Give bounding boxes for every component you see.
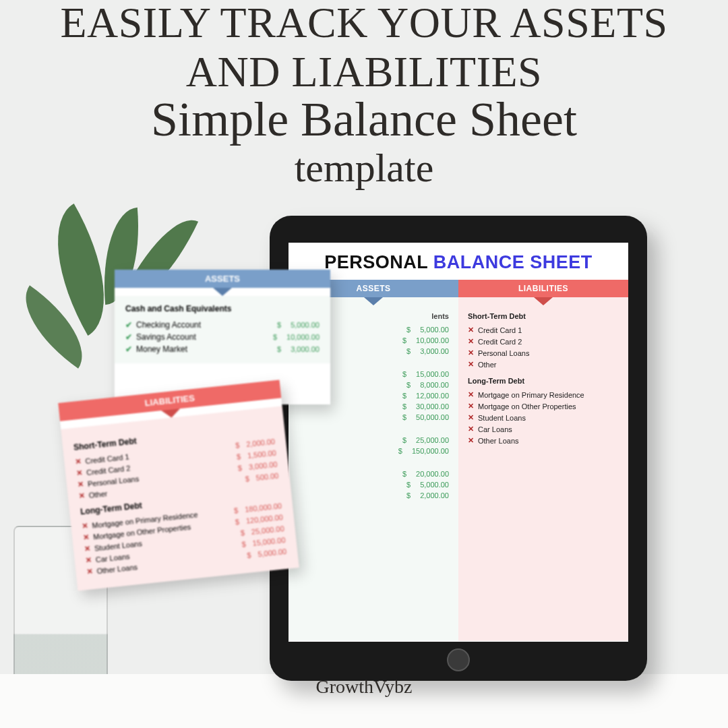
x-icon: ✕: [86, 567, 93, 576]
brand-name: GrowthVybz: [0, 676, 728, 698]
x-icon: ✕: [468, 402, 474, 411]
chevron-down-icon: [213, 288, 232, 296]
liability-amount: 5,000.00: [247, 547, 287, 559]
tablet-screen: PERSONAL BALANCE SHEET ASSETS lents 5,00…: [289, 243, 628, 642]
assets-card-group-title: Cash and Cash Equivalents: [125, 304, 320, 313]
asset-label: Money Market: [136, 344, 187, 354]
asset-amount: 5,000.00: [277, 321, 320, 329]
x-icon: ✕: [468, 337, 474, 346]
headline-line2: AND LIABILITIES: [0, 47, 728, 97]
check-icon: ✔: [125, 344, 132, 354]
short-term-debt-title: Short-Term Debt: [468, 312, 619, 320]
x-icon: ✕: [75, 457, 82, 466]
x-icon: ✕: [468, 436, 474, 445]
x-icon: ✕: [468, 360, 474, 369]
liability-label: Car Loans: [478, 425, 512, 433]
tablet-liabilities-header: LIABILITIES: [458, 280, 628, 297]
asset-amount: 5,000.00: [406, 326, 449, 334]
x-icon: ✕: [78, 491, 85, 501]
tablet-liabilities-column: LIABILITIES Short-Term Debt ✕Credit Card…: [458, 280, 628, 641]
asset-amount: 30,000.00: [402, 402, 449, 411]
liability-label: Mortgage on Other Properties: [478, 402, 576, 411]
x-icon: ✕: [77, 480, 84, 489]
asset-amount: 10,000.00: [273, 333, 320, 341]
x-icon: ✕: [468, 390, 474, 399]
long-term-debt-title: Long-Term Debt: [468, 377, 619, 385]
liability-label: Other Loans: [96, 563, 138, 575]
asset-amount: 10,000.00: [402, 336, 449, 344]
liability-label: Other Loans: [478, 437, 519, 445]
liability-amount: 500.00: [245, 471, 279, 483]
check-icon: ✔: [125, 320, 132, 330]
x-icon: ✕: [84, 544, 90, 553]
check-icon: ✔: [125, 332, 132, 342]
sheet-title: PERSONAL BALANCE SHEET: [289, 243, 628, 280]
headline-line1: EASILY TRACK YOUR ASSETS: [0, 0, 728, 45]
asset-amount: 15,000.00: [402, 370, 449, 378]
x-icon: ✕: [83, 533, 90, 542]
sheet-title-part1: PERSONAL: [324, 252, 433, 272]
asset-amount: 3,000.00: [277, 345, 320, 353]
liability-label: Student Loans: [478, 414, 526, 422]
subheadline-line1: Simple Balance Sheet: [0, 94, 728, 146]
liability-label: Credit Card 2: [478, 338, 522, 346]
asset-amount: 3,000.00: [406, 347, 449, 355]
asset-amount: 20,000.00: [402, 470, 449, 478]
x-icon: ✕: [468, 425, 474, 433]
asset-amount: 5,000.00: [406, 481, 449, 489]
x-icon: ✕: [82, 521, 88, 530]
liability-label: Other: [88, 489, 108, 499]
asset-amount: 25,000.00: [402, 436, 449, 444]
liability-label: Mortgage on Primary Residence: [478, 391, 584, 399]
tablet-home-button[interactable]: [447, 648, 470, 671]
liability-label: Personal Loans: [478, 349, 529, 357]
x-icon: ✕: [76, 468, 83, 478]
chevron-down-icon: [364, 297, 383, 305]
asset-amount: 12,000.00: [402, 392, 449, 400]
asset-amount: 150,000.00: [398, 447, 449, 455]
asset-label: Checking Account: [136, 320, 201, 330]
asset-amount: 2,000.00: [406, 491, 449, 499]
assets-card-header: ASSETS: [115, 270, 330, 288]
x-icon: ✕: [468, 348, 474, 357]
asset-amount: 50,000.00: [402, 413, 449, 421]
liability-label: Other: [478, 361, 497, 369]
x-icon: ✕: [85, 555, 92, 565]
asset-amount: 8,000.00: [406, 381, 449, 389]
x-icon: ✕: [468, 326, 474, 334]
liability-label: Credit Card 1: [478, 326, 522, 334]
chevron-down-icon: [534, 297, 553, 305]
assets-preview-card: ASSETS Cash and Cash Equivalents ✔Checki…: [115, 270, 330, 404]
liabilities-preview-card: LIABILITIES Short-Term Debt ✕Credit Card…: [58, 380, 299, 591]
sheet-title-part2: BALANCE SHEET: [433, 252, 593, 272]
x-icon: ✕: [468, 413, 474, 422]
asset-label: Savings Account: [136, 332, 196, 342]
subheadline-line2: template: [0, 145, 728, 191]
